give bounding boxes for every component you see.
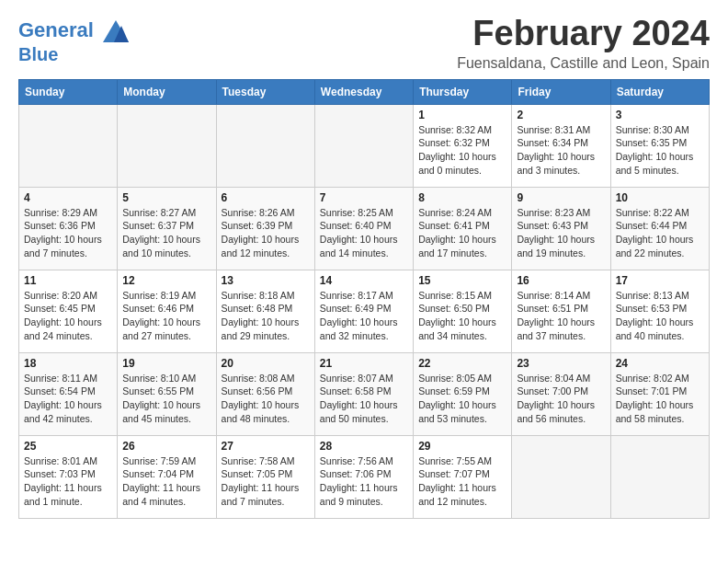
calendar-cell: 3Sunrise: 8:30 AM Sunset: 6:35 PM Daylig…	[610, 104, 709, 187]
day-number: 22	[418, 357, 506, 370]
calendar-cell: 26Sunrise: 7:59 AM Sunset: 7:04 PM Dayli…	[118, 435, 216, 518]
day-number: 7	[320, 191, 408, 204]
day-info: Sunrise: 8:10 AM Sunset: 6:55 PM Dayligh…	[122, 372, 210, 426]
day-number: 5	[122, 191, 210, 204]
day-info: Sunrise: 8:08 AM Sunset: 6:56 PM Dayligh…	[222, 372, 310, 426]
calendar-cell: 28Sunrise: 7:56 AM Sunset: 7:06 PM Dayli…	[314, 435, 413, 518]
day-info: Sunrise: 7:56 AM Sunset: 7:06 PM Dayligh…	[320, 454, 408, 509]
weekday-header: Thursday	[414, 79, 512, 104]
calendar-cell: 7Sunrise: 8:25 AM Sunset: 6:40 PM Daylig…	[314, 187, 413, 270]
day-number: 6	[222, 191, 310, 204]
calendar-cell: 9Sunrise: 8:23 AM Sunset: 6:43 PM Daylig…	[512, 187, 610, 270]
day-info: Sunrise: 8:15 AM Sunset: 6:50 PM Dayligh…	[418, 289, 506, 343]
calendar-cell: 1Sunrise: 8:32 AM Sunset: 6:32 PM Daylig…	[414, 104, 512, 187]
calendar-cell: 19Sunrise: 8:10 AM Sunset: 6:55 PM Dayli…	[118, 352, 216, 435]
calendar-week-row: 18Sunrise: 8:11 AM Sunset: 6:54 PM Dayli…	[19, 352, 710, 435]
day-number: 28	[320, 440, 408, 453]
day-number: 26	[122, 440, 210, 453]
day-number: 1	[418, 109, 506, 121]
day-number: 13	[222, 274, 310, 287]
calendar-cell	[512, 435, 610, 518]
weekday-header: Friday	[512, 79, 610, 104]
calendar-cell: 15Sunrise: 8:15 AM Sunset: 6:50 PM Dayli…	[414, 270, 512, 352]
calendar-week-row: 25Sunrise: 8:01 AM Sunset: 7:03 PM Dayli…	[19, 435, 710, 518]
day-number: 23	[517, 357, 605, 370]
weekday-header-row: SundayMondayTuesdayWednesdayThursdayFrid…	[19, 79, 710, 104]
day-number: 24	[616, 357, 704, 370]
day-number: 25	[24, 440, 112, 453]
day-number: 29	[418, 440, 506, 453]
day-number: 4	[24, 191, 112, 204]
logo: General Blue	[18, 18, 131, 64]
day-number: 15	[418, 274, 506, 287]
calendar-cell: 12Sunrise: 8:19 AM Sunset: 6:46 PM Dayli…	[118, 270, 216, 352]
calendar-cell: 17Sunrise: 8:13 AM Sunset: 6:53 PM Dayli…	[610, 270, 709, 352]
day-number: 2	[517, 109, 605, 121]
calendar-cell: 14Sunrise: 8:17 AM Sunset: 6:49 PM Dayli…	[314, 270, 413, 352]
day-number: 12	[122, 274, 210, 287]
calendar-cell: 6Sunrise: 8:26 AM Sunset: 6:39 PM Daylig…	[216, 187, 314, 270]
calendar-cell: 22Sunrise: 8:05 AM Sunset: 6:59 PM Dayli…	[414, 352, 512, 435]
day-info: Sunrise: 8:30 AM Sunset: 6:35 PM Dayligh…	[616, 123, 704, 178]
calendar-cell: 29Sunrise: 7:55 AM Sunset: 7:07 PM Dayli…	[414, 435, 512, 518]
calendar-cell	[19, 104, 118, 187]
logo-text: General	[18, 18, 131, 44]
day-info: Sunrise: 8:26 AM Sunset: 6:39 PM Dayligh…	[222, 206, 310, 260]
day-info: Sunrise: 8:17 AM Sunset: 6:49 PM Dayligh…	[320, 289, 408, 343]
calendar-cell: 4Sunrise: 8:29 AM Sunset: 6:36 PM Daylig…	[19, 187, 118, 270]
weekday-header: Monday	[118, 79, 216, 104]
day-number: 20	[222, 357, 310, 370]
calendar-cell	[216, 104, 314, 187]
day-info: Sunrise: 8:05 AM Sunset: 6:59 PM Dayligh…	[418, 372, 506, 426]
day-info: Sunrise: 8:23 AM Sunset: 6:43 PM Dayligh…	[517, 206, 605, 260]
day-info: Sunrise: 8:22 AM Sunset: 6:44 PM Dayligh…	[616, 206, 704, 260]
logo-icon	[101, 18, 131, 44]
calendar-cell: 11Sunrise: 8:20 AM Sunset: 6:45 PM Dayli…	[19, 270, 118, 352]
day-number: 9	[517, 191, 605, 204]
day-info: Sunrise: 8:11 AM Sunset: 6:54 PM Dayligh…	[24, 372, 112, 426]
day-info: Sunrise: 8:32 AM Sunset: 6:32 PM Dayligh…	[418, 123, 506, 178]
month-year-title: February 2024	[457, 15, 710, 53]
calendar-cell: 27Sunrise: 7:58 AM Sunset: 7:05 PM Dayli…	[216, 435, 314, 518]
calendar-cell: 8Sunrise: 8:24 AM Sunset: 6:41 PM Daylig…	[414, 187, 512, 270]
day-info: Sunrise: 8:04 AM Sunset: 7:00 PM Dayligh…	[517, 372, 605, 426]
day-info: Sunrise: 7:58 AM Sunset: 7:05 PM Dayligh…	[222, 454, 310, 509]
day-number: 16	[517, 274, 605, 287]
day-info: Sunrise: 7:59 AM Sunset: 7:04 PM Dayligh…	[122, 454, 210, 509]
calendar-cell: 13Sunrise: 8:18 AM Sunset: 6:48 PM Dayli…	[216, 270, 314, 352]
calendar-cell: 2Sunrise: 8:31 AM Sunset: 6:34 PM Daylig…	[512, 104, 610, 187]
day-info: Sunrise: 8:25 AM Sunset: 6:40 PM Dayligh…	[320, 206, 408, 260]
day-info: Sunrise: 8:14 AM Sunset: 6:51 PM Dayligh…	[517, 289, 605, 343]
header: General Blue February 2024 Fuensaldana, …	[18, 15, 710, 72]
day-info: Sunrise: 8:29 AM Sunset: 6:36 PM Dayligh…	[24, 206, 112, 260]
calendar-table: SundayMondayTuesdayWednesdayThursdayFrid…	[18, 79, 710, 519]
weekday-header: Wednesday	[314, 79, 413, 104]
calendar-cell: 24Sunrise: 8:02 AM Sunset: 7:01 PM Dayli…	[610, 352, 709, 435]
weekday-header: Saturday	[610, 79, 709, 104]
calendar-cell: 20Sunrise: 8:08 AM Sunset: 6:56 PM Dayli…	[216, 352, 314, 435]
location-subtitle: Fuensaldana, Castille and Leon, Spain	[457, 55, 710, 72]
calendar-cell	[118, 104, 216, 187]
weekday-header: Sunday	[19, 79, 118, 104]
calendar-week-row: 11Sunrise: 8:20 AM Sunset: 6:45 PM Dayli…	[19, 270, 710, 352]
day-info: Sunrise: 8:02 AM Sunset: 7:01 PM Dayligh…	[616, 372, 704, 426]
day-number: 10	[616, 191, 704, 204]
day-number: 8	[418, 191, 506, 204]
day-number: 19	[122, 357, 210, 370]
calendar-cell	[314, 104, 413, 187]
day-info: Sunrise: 8:07 AM Sunset: 6:58 PM Dayligh…	[320, 372, 408, 426]
logo-text2: Blue	[18, 44, 131, 64]
day-info: Sunrise: 8:01 AM Sunset: 7:03 PM Dayligh…	[24, 454, 112, 509]
day-info: Sunrise: 8:18 AM Sunset: 6:48 PM Dayligh…	[222, 289, 310, 343]
day-number: 3	[616, 109, 704, 121]
calendar-cell: 5Sunrise: 8:27 AM Sunset: 6:37 PM Daylig…	[118, 187, 216, 270]
day-number: 11	[24, 274, 112, 287]
calendar-cell	[610, 435, 709, 518]
calendar-cell: 18Sunrise: 8:11 AM Sunset: 6:54 PM Dayli…	[19, 352, 118, 435]
day-number: 14	[320, 274, 408, 287]
day-info: Sunrise: 8:27 AM Sunset: 6:37 PM Dayligh…	[122, 206, 210, 260]
day-info: Sunrise: 8:24 AM Sunset: 6:41 PM Dayligh…	[418, 206, 506, 260]
day-info: Sunrise: 8:20 AM Sunset: 6:45 PM Dayligh…	[24, 289, 112, 343]
day-info: Sunrise: 7:55 AM Sunset: 7:07 PM Dayligh…	[418, 454, 506, 509]
day-number: 17	[616, 274, 704, 287]
